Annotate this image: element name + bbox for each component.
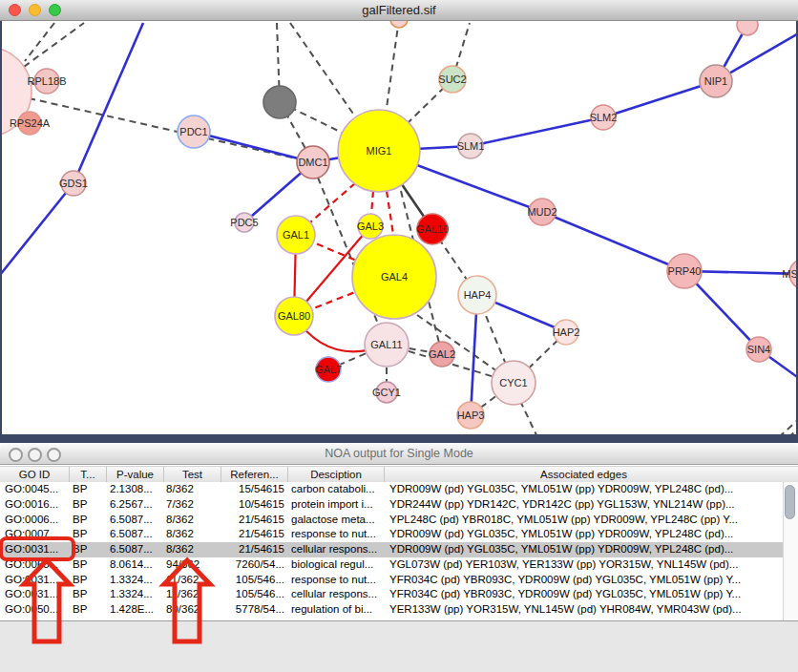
node-unlabeled[interactable] [263, 86, 296, 118]
cell-p_value: 6.2567... [110, 497, 160, 513]
network-edge [386, 21, 399, 115]
column-header-goid[interactable]: GO ID [0, 467, 70, 482]
network-edge [25, 23, 54, 61]
window-edge-band [0, 434, 798, 443]
cell-description: cellular respons... [291, 542, 381, 557]
node-label: GAL4 [381, 271, 408, 283]
cell-reference: 7260/54... [223, 557, 284, 573]
cell-reference: 21/54615 [223, 542, 284, 557]
node-label: HAP3 [457, 410, 485, 421]
column-header-associatededges[interactable]: Associated edges [385, 467, 783, 482]
node-label: HAP4 [464, 289, 492, 301]
table-row[interactable]: GO:0050...BP1.428E...80/3625778/54...reg… [0, 602, 783, 618]
cell-reference: 21/54615 [223, 513, 284, 528]
cell-description: response to nut... [291, 573, 381, 588]
cell-p_value: 6.5087... [110, 513, 160, 528]
cell-description: carbon cataboli... [291, 482, 381, 497]
table-row[interactable]: GO:0031...BP1.3324...11/362105/546...cel… [0, 587, 783, 602]
cell-go_id: GO:0031... [5, 542, 66, 557]
cell-reference: 105/546... [223, 573, 284, 588]
node-label: GDS1 [59, 178, 88, 189]
network-edge [779, 418, 798, 434]
cell-description: galactose meta... [291, 513, 381, 528]
cell-test: 11/362 [166, 573, 218, 588]
table-row[interactable]: GO:0031...BP1.3324...11/362105/546...res… [0, 573, 783, 588]
cell-go_id: GO:0031... [5, 587, 66, 602]
column-header-t[interactable]: T... [70, 467, 107, 482]
cell-type: BP [73, 573, 103, 588]
cell-test: 8/362 [166, 542, 218, 557]
node-label: GAL2 [429, 348, 455, 360]
node-unlabeled[interactable] [737, 21, 758, 35]
cell-edges: YER133W (pp) YOR315W, YNL145W (pd) YHR08… [389, 602, 779, 618]
node-label: MUD2 [527, 206, 556, 218]
node-label: SIN4 [747, 344, 770, 355]
cell-test: 8/362 [166, 527, 218, 542]
cell-type: BP [73, 602, 103, 618]
node-label: PRP40 [668, 265, 702, 277]
cell-type: BP [73, 542, 103, 557]
table-row[interactable]: GO:0031...BP6.5087...8/36221/54615cellul… [0, 542, 783, 557]
network-window-titlebar: galFiltered.sif [0, 0, 798, 21]
network-edge [603, 81, 716, 117]
cell-description: biological regul... [291, 557, 381, 573]
cell-description: protein import i... [291, 497, 381, 513]
cell-type: BP [73, 557, 103, 573]
cell-type: BP [73, 513, 103, 528]
table-row[interactable]: GO:0007...BP6.5087...8/36221/54615respon… [0, 527, 783, 542]
window-border-left [0, 21, 2, 434]
cell-edges: YDR244W (pp) YDR142C, YDR142C (pp) YGL15… [389, 497, 779, 513]
cell-p_value: 8.0614... [110, 557, 160, 573]
scrollbar-thumb[interactable] [785, 485, 795, 519]
table-row[interactable]: GO:0065...BP8.0614...94/3627260/54...bio… [0, 557, 783, 573]
cell-go_id: GO:0007... [5, 527, 66, 542]
cell-type: BP [73, 482, 103, 497]
network-canvas[interactable]: RPL18BRPS24AGDS1PDC1DMC1MIG1SUC2SLM2NIP1… [0, 21, 798, 434]
node-label: GAL1 [283, 229, 309, 241]
node-label: GAL11 [370, 339, 402, 350]
network-edge [74, 23, 143, 183]
node-label: GAL10 [416, 223, 449, 235]
node-label: NIP1 [704, 75, 727, 87]
node-label: GAL3 [357, 220, 384, 232]
node-unlabeled[interactable] [390, 21, 408, 28]
cell-go_id: GO:0065... [5, 557, 66, 573]
node-label: DMC1 [298, 157, 327, 168]
cell-go_id: GO:0006... [5, 513, 66, 528]
cell-edges: YGL073W (pd) YER103W, YER133W (pp) YOR31… [389, 557, 779, 573]
network-edge [387, 191, 394, 241]
cell-test: 8/362 [166, 513, 218, 528]
table-header: GO IDT...P-valueTestReferen...Desciption… [0, 466, 798, 483]
cell-type: BP [73, 527, 103, 542]
cell-edges: YPL248C (pd) YBR018C, YML051W (pp) YDR00… [389, 513, 779, 528]
cell-test: 11/362 [166, 587, 218, 602]
table-row[interactable]: GO:0016...BP6.2567...7/36210/54615protei… [0, 497, 783, 513]
cell-edges: YDR009W (pd) YGL035C, YML051W (pp) YDR00… [389, 542, 779, 557]
noa-window-titlebar: NOA output for Single Mode [0, 443, 798, 465]
cell-description: cellular respons... [291, 587, 381, 602]
column-header-referen[interactable]: Referen... [221, 467, 288, 482]
node-label: RPL18B [28, 75, 67, 87]
network-edge [0, 183, 74, 275]
cell-go_id: GO:0031... [5, 573, 66, 588]
node-label: RPS24A [10, 117, 51, 129]
network-edge [471, 117, 603, 146]
column-header-desciption[interactable]: Desciption [288, 467, 385, 482]
cell-go_id: GO:0050... [5, 602, 66, 618]
cell-reference: 10/54615 [223, 497, 284, 513]
node-label: SLM1 [457, 140, 485, 152]
network-edge [520, 401, 537, 434]
node-label: PDC5 [230, 217, 258, 228]
node-label: GAL80 [278, 310, 310, 322]
table-row[interactable]: GO:0006...BP6.5087...8/36221/54615galact… [0, 513, 783, 528]
node-label: SUC2 [438, 74, 466, 85]
column-header-test[interactable]: Test [164, 467, 221, 482]
table-row[interactable]: GO:0045...BP2.1308...8/36215/54615carbon… [0, 482, 783, 497]
column-header-pvalue[interactable]: P-value [107, 467, 164, 482]
node-label: CYC1 [499, 377, 527, 388]
cell-p_value: 1.3324... [110, 587, 160, 602]
cell-reference: 105/546... [223, 587, 284, 602]
cell-reference: 5778/54... [223, 602, 284, 618]
network-edge [24, 23, 84, 67]
node-label: GCY1 [372, 387, 401, 398]
